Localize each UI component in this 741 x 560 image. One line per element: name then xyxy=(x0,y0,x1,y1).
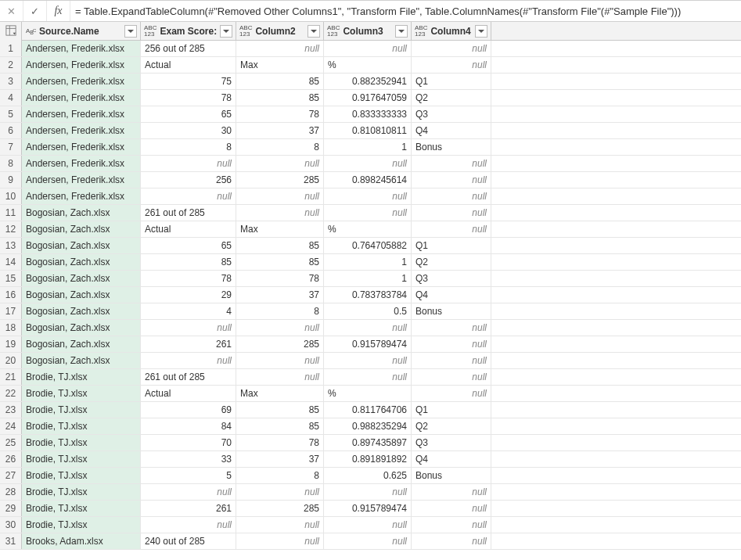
cell[interactable]: 240 out of 285 xyxy=(141,533,236,549)
cell[interactable]: null xyxy=(236,369,324,385)
filter-dropdown-button[interactable] xyxy=(475,25,487,38)
row-number[interactable]: 25 xyxy=(0,435,22,451)
cell[interactable]: 84 xyxy=(141,418,236,434)
row-number[interactable]: 10 xyxy=(0,188,22,204)
cell[interactable]: Q1 xyxy=(412,238,491,253)
table-row[interactable]: 16Bogosian, Zach.xlsx29370.783783784Q4 xyxy=(0,287,741,303)
cell[interactable]: Q3 xyxy=(412,106,491,122)
formula-cancel-button[interactable]: ✕ xyxy=(0,1,23,21)
cell[interactable]: 0.625 xyxy=(324,468,412,483)
cell[interactable]: 261 xyxy=(141,336,236,352)
column-header-column4[interactable]: ABC123 Column4 xyxy=(412,22,491,40)
cell-source-name[interactable]: Bogosian, Zach.xlsx xyxy=(22,205,141,221)
row-number[interactable]: 4 xyxy=(0,90,22,106)
cell[interactable]: null xyxy=(412,533,491,549)
cell[interactable]: 1 xyxy=(324,139,412,155)
table-row[interactable]: 28Brodie, TJ.xlsxnullnullnullnull xyxy=(0,484,741,501)
row-number[interactable]: 20 xyxy=(0,353,22,368)
cell[interactable]: 0.915789474 xyxy=(324,336,412,352)
cell-source-name[interactable]: Bogosian, Zach.xlsx xyxy=(22,221,141,237)
cell-source-name[interactable]: Brodie, TJ.xlsx xyxy=(22,386,141,401)
cell[interactable]: null xyxy=(412,517,491,533)
row-number[interactable]: 9 xyxy=(0,172,22,188)
cell[interactable]: null xyxy=(141,353,236,368)
cell[interactable]: Max xyxy=(236,57,324,73)
cell-source-name[interactable]: Andersen, Frederik.xlsx xyxy=(22,123,141,138)
table-row[interactable]: 7Andersen, Frederik.xlsx881Bonus xyxy=(0,139,741,156)
cell[interactable]: null xyxy=(236,484,324,500)
cell[interactable]: Max xyxy=(236,221,324,237)
cell[interactable]: 37 xyxy=(236,287,324,303)
cell[interactable]: % xyxy=(324,221,412,237)
cell-source-name[interactable]: Brodie, TJ.xlsx xyxy=(22,435,141,451)
cell-source-name[interactable]: Brodie, TJ.xlsx xyxy=(22,451,141,467)
cell-source-name[interactable]: Brodie, TJ.xlsx xyxy=(22,369,141,385)
cell-source-name[interactable]: Andersen, Frederik.xlsx xyxy=(22,188,141,204)
table-row[interactable]: 29Brodie, TJ.xlsx2612850.915789474null xyxy=(0,501,741,517)
cell[interactable]: null xyxy=(412,188,491,204)
column-header-source-name[interactable]: ABC Source.Name xyxy=(22,22,141,40)
row-number[interactable]: 29 xyxy=(0,501,22,516)
column-header-column3[interactable]: ABC123 Column3 xyxy=(324,22,412,40)
cell[interactable]: null xyxy=(236,41,324,56)
row-number[interactable]: 12 xyxy=(0,221,22,237)
table-row[interactable]: 31Brooks, Adam.xlsx240 out of 285nullnul… xyxy=(0,533,741,550)
row-number[interactable]: 14 xyxy=(0,254,22,270)
cell[interactable]: null xyxy=(141,484,236,500)
cell-source-name[interactable]: Andersen, Frederik.xlsx xyxy=(22,74,141,89)
cell[interactable]: null xyxy=(412,221,491,237)
cell-source-name[interactable]: Brodie, TJ.xlsx xyxy=(22,484,141,500)
table-row[interactable]: 30Brodie, TJ.xlsxnullnullnullnull xyxy=(0,517,741,533)
column-header-column2[interactable]: ABC123 Column2 xyxy=(236,22,324,40)
cell[interactable]: Actual xyxy=(141,221,236,237)
cell[interactable]: 0.783783784 xyxy=(324,287,412,303)
cell[interactable]: null xyxy=(412,156,491,171)
row-number[interactable]: 3 xyxy=(0,74,22,89)
cell[interactable]: null xyxy=(324,156,412,171)
cell[interactable]: 65 xyxy=(141,106,236,122)
cell[interactable]: null xyxy=(324,369,412,385)
cell-source-name[interactable]: Bogosian, Zach.xlsx xyxy=(22,320,141,336)
row-number[interactable]: 6 xyxy=(0,123,22,138)
table-row[interactable]: 10Andersen, Frederik.xlsxnullnullnullnul… xyxy=(0,188,741,205)
formula-confirm-button[interactable]: ✓ xyxy=(23,1,47,21)
cell[interactable]: 285 xyxy=(236,172,324,188)
cell[interactable]: 5 xyxy=(141,468,236,483)
cell[interactable]: 0.882352941 xyxy=(324,74,412,89)
table-row[interactable]: 11Bogosian, Zach.xlsx261 out of 285nulln… xyxy=(0,205,741,221)
cell-source-name[interactable]: Andersen, Frederik.xlsx xyxy=(22,156,141,171)
cell[interactable]: 0.898245614 xyxy=(324,172,412,188)
cell[interactable]: 0.811764706 xyxy=(324,402,412,418)
table-row[interactable]: 25Brodie, TJ.xlsx70780.897435897Q3 xyxy=(0,435,741,451)
cell-source-name[interactable]: Bogosian, Zach.xlsx xyxy=(22,303,141,319)
cell-source-name[interactable]: Andersen, Frederik.xlsx xyxy=(22,172,141,188)
cell[interactable]: 69 xyxy=(141,402,236,418)
cell[interactable]: 0.891891892 xyxy=(324,451,412,467)
cell[interactable]: null xyxy=(324,517,412,533)
cell[interactable]: Bonus xyxy=(412,303,491,319)
row-number[interactable]: 28 xyxy=(0,484,22,500)
row-number[interactable]: 17 xyxy=(0,303,22,319)
row-number[interactable]: 7 xyxy=(0,139,22,155)
cell[interactable]: Actual xyxy=(141,57,236,73)
cell[interactable]: null xyxy=(412,484,491,500)
cell[interactable]: 85 xyxy=(236,90,324,106)
cell[interactable]: null xyxy=(236,320,324,336)
cell[interactable]: 8 xyxy=(141,139,236,155)
cell[interactable]: 30 xyxy=(141,123,236,138)
cell[interactable]: 75 xyxy=(141,74,236,89)
filter-dropdown-button[interactable] xyxy=(308,25,320,38)
cell[interactable]: 85 xyxy=(236,418,324,434)
cell[interactable]: null xyxy=(412,320,491,336)
cell[interactable]: 0.988235294 xyxy=(324,418,412,434)
cell-source-name[interactable]: Andersen, Frederik.xlsx xyxy=(22,41,141,56)
cell[interactable]: Q4 xyxy=(412,123,491,138)
row-number[interactable]: 15 xyxy=(0,271,22,286)
cell[interactable]: 85 xyxy=(236,254,324,270)
row-number[interactable]: 2 xyxy=(0,57,22,73)
cell[interactable]: 85 xyxy=(236,238,324,253)
select-all-corner[interactable] xyxy=(0,22,22,41)
cell[interactable]: null xyxy=(324,320,412,336)
row-number[interactable]: 26 xyxy=(0,451,22,467)
cell[interactable]: 285 xyxy=(236,501,324,516)
